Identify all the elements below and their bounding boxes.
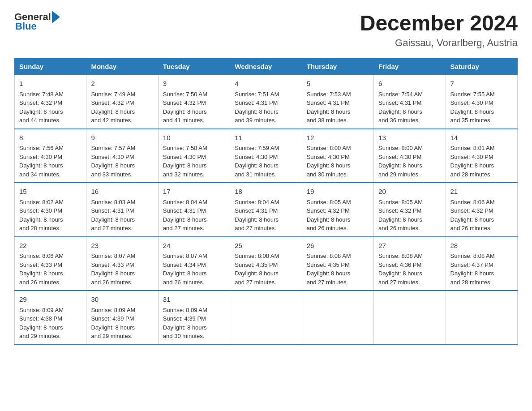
day-number: 7 — [450, 79, 513, 89]
column-header-friday: Friday — [374, 58, 446, 75]
column-header-sunday: Sunday — [15, 58, 86, 75]
calendar-cell: 19Sunrise: 8:05 AMSunset: 4:32 PMDayligh… — [302, 183, 373, 237]
title-block: December 2024 Gaissau, Vorarlberg, Austr… — [360, 11, 518, 49]
day-number: 17 — [163, 187, 225, 197]
day-number: 25 — [235, 241, 297, 251]
calendar-cell: 27Sunrise: 8:08 AMSunset: 4:36 PMDayligh… — [374, 237, 446, 291]
day-number: 15 — [19, 187, 82, 197]
calendar-cell: 15Sunrise: 8:02 AMSunset: 4:30 PMDayligh… — [15, 183, 86, 237]
calendar-cell: 5Sunrise: 7:53 AMSunset: 4:31 PMDaylight… — [302, 75, 373, 129]
calendar-cell: 18Sunrise: 8:04 AMSunset: 4:31 PMDayligh… — [230, 183, 302, 237]
day-number: 22 — [19, 241, 82, 251]
day-number: 6 — [378, 79, 441, 89]
calendar-cell: 20Sunrise: 8:05 AMSunset: 4:32 PMDayligh… — [374, 183, 446, 237]
calendar-cell — [230, 291, 302, 345]
calendar-header-row: SundayMondayTuesdayWednesdayThursdayFrid… — [15, 58, 518, 75]
day-number: 21 — [450, 187, 513, 197]
day-number: 19 — [307, 187, 369, 197]
calendar-table: SundayMondayTuesdayWednesdayThursdayFrid… — [14, 58, 518, 345]
day-number: 29 — [19, 295, 82, 305]
column-header-thursday: Thursday — [302, 58, 373, 75]
logo: General Blue — [14, 11, 60, 32]
day-number: 9 — [91, 133, 153, 143]
calendar-cell: 16Sunrise: 8:03 AMSunset: 4:31 PMDayligh… — [86, 183, 158, 237]
day-number: 4 — [235, 79, 297, 89]
day-number: 24 — [163, 241, 225, 251]
calendar-cell — [302, 291, 373, 345]
page-subtitle: Gaissau, Vorarlberg, Austria — [360, 37, 518, 49]
page-header: General Blue December 2024 Gaissau, Vora… — [14, 11, 518, 49]
day-number: 31 — [163, 295, 225, 305]
calendar-cell: 3Sunrise: 7:50 AMSunset: 4:32 PMDaylight… — [158, 75, 230, 129]
day-number: 28 — [450, 241, 513, 251]
day-number: 12 — [307, 133, 369, 143]
calendar-cell: 9Sunrise: 7:57 AMSunset: 4:30 PMDaylight… — [86, 129, 158, 183]
day-number: 14 — [450, 133, 513, 143]
calendar-cell: 17Sunrise: 8:04 AMSunset: 4:31 PMDayligh… — [158, 183, 230, 237]
calendar-week-row: 15Sunrise: 8:02 AMSunset: 4:30 PMDayligh… — [15, 183, 518, 237]
calendar-cell: 10Sunrise: 7:58 AMSunset: 4:30 PMDayligh… — [158, 129, 230, 183]
calendar-cell: 22Sunrise: 8:06 AMSunset: 4:33 PMDayligh… — [15, 237, 86, 291]
calendar-cell — [374, 291, 446, 345]
calendar-cell: 1Sunrise: 7:48 AMSunset: 4:32 PMDaylight… — [15, 75, 86, 129]
calendar-week-row: 1Sunrise: 7:48 AMSunset: 4:32 PMDaylight… — [15, 75, 518, 129]
calendar-cell: 24Sunrise: 8:07 AMSunset: 4:34 PMDayligh… — [158, 237, 230, 291]
calendar-cell: 30Sunrise: 8:09 AMSunset: 4:39 PMDayligh… — [86, 291, 158, 345]
day-number: 16 — [91, 187, 153, 197]
calendar-cell: 14Sunrise: 8:01 AMSunset: 4:30 PMDayligh… — [446, 129, 517, 183]
calendar-cell: 8Sunrise: 7:56 AMSunset: 4:30 PMDaylight… — [15, 129, 86, 183]
calendar-week-row: 8Sunrise: 7:56 AMSunset: 4:30 PMDaylight… — [15, 129, 518, 183]
calendar-cell: 29Sunrise: 8:09 AMSunset: 4:38 PMDayligh… — [15, 291, 86, 345]
day-number: 8 — [19, 133, 82, 143]
day-number: 20 — [378, 187, 441, 197]
day-number: 18 — [235, 187, 297, 197]
calendar-cell: 2Sunrise: 7:49 AMSunset: 4:32 PMDaylight… — [86, 75, 158, 129]
column-header-wednesday: Wednesday — [230, 58, 302, 75]
day-number: 30 — [91, 295, 153, 305]
day-number: 27 — [378, 241, 441, 251]
column-header-saturday: Saturday — [446, 58, 517, 75]
day-number: 23 — [91, 241, 153, 251]
day-number: 11 — [235, 133, 297, 143]
calendar-cell: 6Sunrise: 7:54 AMSunset: 4:31 PMDaylight… — [374, 75, 446, 129]
day-number: 13 — [378, 133, 441, 143]
calendar-cell: 7Sunrise: 7:55 AMSunset: 4:30 PMDaylight… — [446, 75, 517, 129]
day-number: 5 — [307, 79, 369, 89]
calendar-cell: 13Sunrise: 8:00 AMSunset: 4:30 PMDayligh… — [374, 129, 446, 183]
calendar-week-row: 29Sunrise: 8:09 AMSunset: 4:38 PMDayligh… — [15, 291, 518, 345]
calendar-cell: 23Sunrise: 8:07 AMSunset: 4:33 PMDayligh… — [86, 237, 158, 291]
calendar-cell: 26Sunrise: 8:08 AMSunset: 4:35 PMDayligh… — [302, 237, 373, 291]
page-title: December 2024 — [360, 11, 518, 35]
calendar-cell: 28Sunrise: 8:08 AMSunset: 4:37 PMDayligh… — [446, 237, 517, 291]
column-header-monday: Monday — [86, 58, 158, 75]
logo-blue: Blue — [15, 21, 60, 32]
calendar-cell: 11Sunrise: 7:59 AMSunset: 4:30 PMDayligh… — [230, 129, 302, 183]
day-number: 26 — [307, 241, 369, 251]
calendar-cell: 25Sunrise: 8:08 AMSunset: 4:35 PMDayligh… — [230, 237, 302, 291]
calendar-cell — [446, 291, 517, 345]
calendar-week-row: 22Sunrise: 8:06 AMSunset: 4:33 PMDayligh… — [15, 237, 518, 291]
day-number: 3 — [163, 79, 225, 89]
calendar-cell: 12Sunrise: 8:00 AMSunset: 4:30 PMDayligh… — [302, 129, 373, 183]
calendar-cell: 4Sunrise: 7:51 AMSunset: 4:31 PMDaylight… — [230, 75, 302, 129]
calendar-cell: 31Sunrise: 8:09 AMSunset: 4:39 PMDayligh… — [158, 291, 230, 345]
day-number: 10 — [163, 133, 225, 143]
day-number: 2 — [91, 79, 153, 89]
column-header-tuesday: Tuesday — [158, 58, 230, 75]
calendar-cell: 21Sunrise: 8:06 AMSunset: 4:32 PMDayligh… — [446, 183, 517, 237]
day-number: 1 — [19, 79, 82, 89]
